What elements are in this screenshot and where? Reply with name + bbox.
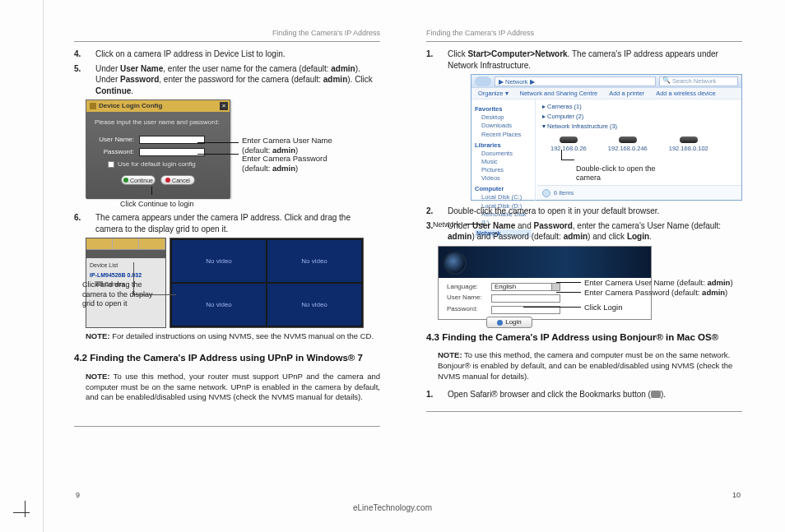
camera-icon bbox=[680, 136, 698, 143]
sidebar-videos[interactable]: Videos bbox=[481, 174, 532, 183]
search-input[interactable]: 🔍Search Network bbox=[659, 76, 738, 86]
step-6: 6.The camera appears under the camera IP… bbox=[86, 212, 380, 234]
header-rule bbox=[74, 41, 380, 42]
search-icon: 🔍 bbox=[662, 76, 671, 86]
web-login-annotations: Enter Camera User Name (default: admin) … bbox=[426, 275, 742, 322]
explorer-status-bar: 6 items bbox=[537, 185, 741, 200]
sharing-centre-link[interactable]: Network and Sharing Centre bbox=[520, 90, 598, 98]
sidebar-favorites[interactable]: Favorites bbox=[475, 105, 532, 113]
camera-item[interactable]: 192.168.0.26 bbox=[550, 136, 587, 153]
checkbox-label: Use for default login config bbox=[118, 160, 196, 169]
camera-lens-icon bbox=[444, 252, 467, 275]
section-4-2-title: 4.2 Finding the Camera's IP Address usin… bbox=[74, 352, 380, 365]
app-icon bbox=[90, 103, 96, 109]
check-icon bbox=[123, 178, 128, 183]
password-field[interactable] bbox=[139, 148, 205, 156]
close-icon[interactable]: × bbox=[220, 102, 228, 110]
add-printer-link[interactable]: Add a printer bbox=[609, 90, 644, 98]
username-field[interactable] bbox=[139, 136, 205, 144]
dialog-title: Device Login Config bbox=[99, 102, 162, 111]
grid-cell[interactable]: No video bbox=[267, 240, 361, 282]
page-number-right: 10 bbox=[732, 491, 741, 499]
header-rule bbox=[426, 41, 742, 42]
callout-web-password: Enter Camera Password (default: admin) bbox=[584, 288, 727, 298]
page-left: Finding the Camera's IP Address 4.Click … bbox=[74, 28, 380, 507]
note-upnp: NOTE: To use this method, your router mu… bbox=[86, 372, 380, 403]
camera-item[interactable]: 192.168.0.246 bbox=[608, 136, 648, 153]
step-4-text: Click on a camera IP address in Device L… bbox=[95, 49, 285, 58]
continue-button[interactable]: Continue bbox=[121, 175, 156, 185]
grid-cell[interactable]: No video bbox=[172, 240, 266, 282]
steps-right-a: 1. Click Start>Computer>Network. The cam… bbox=[438, 49, 742, 71]
step-1-network: 1. Click Start>Computer>Network. The cam… bbox=[438, 49, 742, 71]
camera-item[interactable]: 192.168.0.102 bbox=[669, 136, 708, 153]
steps-left-cont: 6.The camera appears under the camera IP… bbox=[86, 212, 380, 234]
grid-cell[interactable]: No video bbox=[172, 284, 266, 326]
username-label: User Name: bbox=[95, 136, 134, 145]
dialog-prompt: Please input the user name and password: bbox=[95, 118, 221, 127]
explorer-sidebar: Favorites Desktop Downloads Recent Place… bbox=[471, 99, 536, 201]
login-caption: Click Continue to login bbox=[120, 200, 380, 209]
sidebar-documents[interactable]: Documents bbox=[481, 150, 532, 158]
sidebar-music[interactable]: Music bbox=[481, 158, 532, 166]
sidebar-desktop[interactable]: Desktop bbox=[481, 113, 532, 122]
sidebar-recent[interactable]: Recent Places bbox=[481, 131, 532, 139]
note-nvms: NOTE: For detailed instructions on using… bbox=[86, 331, 380, 342]
sidebar-libraries[interactable]: Libraries bbox=[475, 141, 532, 150]
crop-mark bbox=[13, 501, 38, 525]
dialog-titlebar: Device Login Config × bbox=[86, 100, 230, 112]
grid-cell[interactable]: No video bbox=[267, 284, 361, 326]
step-5: 5. Under User Name, enter the user name … bbox=[86, 63, 380, 97]
page-number-left: 9 bbox=[76, 491, 80, 499]
figure-device-login-dialog: Device Login Config × Please input the u… bbox=[86, 99, 230, 198]
address-bar[interactable]: ▶ Network ▶ bbox=[495, 76, 656, 86]
step-4: 4.Click on a camera IP address in Device… bbox=[86, 49, 380, 60]
steps-right-b: 2.Double-click the camera to open it in … bbox=[438, 206, 742, 243]
camera-banner bbox=[439, 247, 651, 278]
cancel-button[interactable]: Cancel bbox=[160, 175, 195, 185]
camera-icon bbox=[619, 136, 637, 143]
page-right: Finding the Camera's IP Address 1. Click… bbox=[426, 28, 742, 507]
callout-username: Enter Camera User Name (default: admin) bbox=[242, 136, 365, 155]
running-head-right: Finding the Camera's IP Address bbox=[426, 28, 742, 38]
bookmarks-icon bbox=[651, 391, 661, 398]
figure-nvms-grid: Device List IP-LM94526B 0.032 Camera No … bbox=[86, 238, 380, 328]
steps-right-c: 1. Open Safari® browser and click the Bo… bbox=[438, 389, 742, 400]
step-6-text: The camera appears under the camera IP a… bbox=[95, 213, 351, 234]
callout-click-login: Click Login bbox=[584, 303, 622, 312]
steps-left: 4.Click on a camera IP address in Device… bbox=[86, 49, 380, 96]
info-icon bbox=[542, 189, 550, 197]
running-head-left: Finding the Camera's IP Address bbox=[74, 28, 380, 38]
add-wireless-link[interactable]: Add a wireless device bbox=[656, 90, 716, 98]
organize-menu[interactable]: Organize ▾ bbox=[478, 90, 509, 98]
callout-password: Enter Camera Password (default: admin) bbox=[242, 154, 365, 173]
step-2-double-click: 2.Double-click the camera to open it in … bbox=[438, 206, 742, 217]
note-bonjour: NOTE: To use this method, the camera and… bbox=[438, 350, 742, 382]
password-label: Password: bbox=[95, 148, 134, 157]
callout-web-username: Enter Camera User Name (default: admin) bbox=[584, 278, 733, 288]
x-icon bbox=[165, 178, 170, 183]
default-login-checkbox[interactable] bbox=[108, 161, 114, 168]
sidebar-downloads[interactable]: Downloads bbox=[481, 122, 532, 130]
nvms-callout: Click and drag the camera to the display… bbox=[82, 280, 161, 308]
sidebar-pictures[interactable]: Pictures bbox=[481, 166, 532, 174]
nvms-display-grid[interactable]: No video No video No video No video bbox=[170, 238, 364, 328]
group-cameras[interactable]: ▸ Cameras (1) bbox=[542, 103, 735, 111]
footer-url: eLineTechnology.com bbox=[0, 503, 785, 512]
back-forward-buttons[interactable] bbox=[475, 76, 491, 86]
camera-icon bbox=[560, 136, 578, 143]
step-3-login: 3. Under User Name and Password, enter t… bbox=[438, 220, 742, 243]
sidebar-cdisk[interactable]: Local Disk (C:) bbox=[481, 193, 532, 201]
sidebar-computer[interactable]: Computer bbox=[475, 185, 532, 193]
group-infrastructure[interactable]: ▾ Network Infrastructure (3) bbox=[542, 123, 735, 131]
step-1-safari: 1. Open Safari® browser and click the Bo… bbox=[438, 389, 742, 400]
callout-double-click: Double-click to open the camera bbox=[576, 164, 667, 183]
group-computer[interactable]: ▸ Computer (2) bbox=[542, 113, 735, 121]
